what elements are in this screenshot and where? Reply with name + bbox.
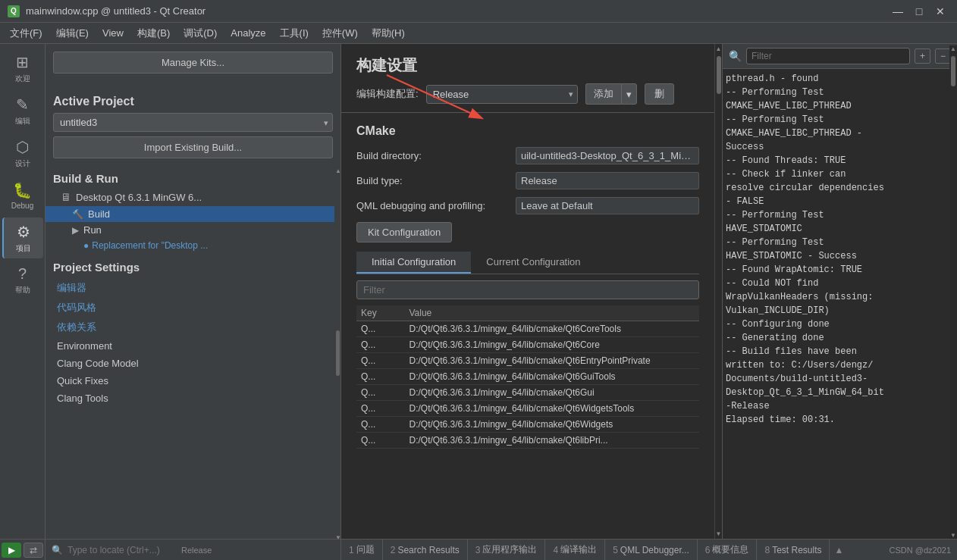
log-filter-input[interactable] [746, 48, 910, 64]
log-line: written to: C:/Users/dengz/ [726, 358, 954, 372]
debug-label: Debug [11, 202, 33, 210]
app-icon: Q [8, 5, 20, 17]
settings-code-style[interactable]: 代码风格 [45, 298, 334, 318]
bottom-tab-search-results[interactable]: 2Search Results [383, 540, 468, 560]
log-add-button[interactable]: + [915, 48, 930, 64]
bottom-tabs: 1问题 2Search Results 3应用程序输出 4编译输出 5QML D… [341, 540, 883, 560]
sidebar-item-debug[interactable]: 🐛 Debug [2, 175, 43, 216]
build-run-title: Build & Run [45, 166, 334, 188]
menu-view[interactable]: View [96, 25, 130, 41]
bottom-section: ▶ ⇄ 🔍 Release 1问题 2Search Results 3应用程序输… [0, 539, 957, 560]
sidebar-item-edit[interactable]: ✎ 编辑 [2, 90, 43, 131]
sidebar-item-project[interactable]: ⚙ 项目 [2, 217, 43, 258]
settings-clang-code-model[interactable]: Clang Code Model [45, 355, 334, 372]
table-row: Q...D:/Qt/Qt6.3/6.3.1/mingw_64/lib/cmake… [356, 433, 699, 449]
key-cell: Q... [356, 321, 404, 337]
run-controls: ▶ ⇄ [0, 540, 45, 560]
tab-initial-config[interactable]: Initial Configuration [356, 252, 471, 274]
window-controls: — □ ✕ [889, 4, 949, 19]
run-button[interactable]: ▶ [2, 543, 21, 558]
log-remove-button[interactable]: − [935, 48, 951, 64]
log-line: -- Build files have been [726, 345, 954, 358]
table-row: Q...D:/Qt/Qt6.3/6.3.1/mingw_64/lib/cmake… [356, 401, 699, 417]
menu-file[interactable]: 文件(F) [4, 24, 49, 42]
more-tabs-icon[interactable]: ▲ [830, 545, 848, 555]
log-line: -- Performing Test [726, 236, 954, 249]
watermark-area: CSDN @dz2021 [883, 540, 957, 560]
build-type-value: Release [516, 172, 699, 189]
build-panel-content: CMake Build directory: uild-untitled3-De… [341, 113, 714, 539]
kit-item[interactable]: 🖥 Desktop Qt 6.3.1 MinGW 6... [45, 188, 334, 206]
log-line: Desktop_Qt_6_3_1_MinGW_64_bit [726, 386, 954, 399]
settings-dependencies[interactable]: 依赖关系 [45, 318, 334, 337]
bottom-tab-qml-debugger[interactable]: 5QML Debugger... [605, 540, 698, 560]
value-cell: D:/Qt/Qt6.3/6.3.1/mingw_64/lib/cmake/Qt6… [404, 385, 699, 401]
build-dir-label: Build directory: [356, 150, 508, 161]
qml-debug-value: Leave at Default [516, 197, 699, 214]
bottom-tab-test-results[interactable]: 8Test Results [757, 540, 830, 560]
menu-help[interactable]: 帮助(H) [366, 24, 411, 42]
add-config-dropdown-button[interactable]: ▾ [621, 83, 637, 105]
kit-name: Desktop Qt 6.3.1 MinGW 6... [76, 192, 202, 203]
edit-label: 编辑 [15, 116, 30, 127]
manage-kits-button[interactable]: Manage Kits... [53, 52, 333, 74]
build-config-select[interactable]: Release Debug Profile [426, 85, 578, 104]
maximize-button[interactable]: □ [910, 4, 928, 19]
step-button[interactable]: ⇄ [24, 543, 43, 558]
add-config-main-button[interactable]: 添加 [585, 83, 621, 105]
sidebar-item-welcome[interactable]: ⊞ 欢迎 [2, 48, 43, 89]
qml-debug-label: QML debugging and profiling: [356, 200, 508, 211]
kit-config-button[interactable]: Kit Configuration [356, 222, 452, 242]
close-button[interactable]: ✕ [931, 4, 949, 19]
build-subitem[interactable]: 🔨 Build [45, 206, 334, 222]
run-subitem[interactable]: ▶ Run [45, 222, 334, 238]
settings-quick-fixes[interactable]: Quick Fixes [45, 372, 334, 389]
menu-analyze[interactable]: Analyze [224, 25, 271, 41]
menu-debug[interactable]: 调试(D) [177, 24, 223, 42]
project-settings-title: Project Settings [45, 253, 334, 278]
bottom-tab-compile-output[interactable]: 4编译输出 [545, 540, 605, 560]
key-column-header: Key [356, 305, 404, 321]
settings-clang-tools[interactable]: Clang Tools [45, 389, 334, 407]
log-header: 🔍 + − [723, 44, 957, 69]
menu-edit[interactable]: 编辑(E) [50, 24, 95, 42]
log-line: HAVE_STDATOMIC [726, 222, 954, 236]
locate-input[interactable] [67, 545, 174, 555]
minimize-button[interactable]: — [889, 4, 907, 19]
menu-build[interactable]: 构建(B) [131, 24, 176, 42]
tab-current-config[interactable]: Current Configuration [471, 252, 595, 274]
config-label: 编辑构建配置: [356, 87, 419, 101]
build-panel-title: 构建设置 [356, 55, 699, 76]
monitor-icon: 🖥 [61, 191, 71, 203]
value-cell: D:/Qt/Qt6.3/6.3.1/mingw_64/lib/cmake/Qt6… [404, 417, 699, 433]
build-type-row: Build type: Release [356, 172, 699, 189]
value-cell: D:/Qt/Qt6.3/6.3.1/mingw_64/lib/cmake/Qt6… [404, 353, 699, 369]
replacement-item[interactable]: ● Replacement for "Desktop ... [45, 238, 334, 253]
menu-controls[interactable]: 控件(W) [316, 24, 364, 42]
table-row: Q...D:/Qt/Qt6.3/6.3.1/mingw_64/lib/cmake… [356, 385, 699, 401]
hammer-icon: 🔨 [72, 209, 83, 220]
project-select[interactable]: untitled3 [53, 113, 333, 132]
settings-environment[interactable]: Environment [45, 337, 334, 355]
cmake-filter-input[interactable] [356, 280, 699, 299]
log-line: -- Performing Test [726, 208, 954, 222]
project-panel: Manage Kits... Active Project untitled3 … [45, 44, 341, 539]
delete-config-button[interactable]: 删 [645, 83, 674, 105]
key-cell: Q... [356, 401, 404, 417]
table-row: Q...D:/Qt/Qt6.3/6.3.1/mingw_64/lib/cmake… [356, 321, 699, 337]
bottom-tab-summary[interactable]: 6概要信息 [698, 540, 758, 560]
project-icon: ⚙ [17, 223, 30, 241]
log-line: Vulkan_INCLUDE_DIR) [726, 304, 954, 318]
settings-editor[interactable]: 编辑器 [45, 278, 334, 298]
sidebar-item-design[interactable]: ⬡ 设计 [2, 133, 43, 174]
build-type-label: Build type: [356, 175, 508, 186]
table-row: Q...D:/Qt/Qt6.3/6.3.1/mingw_64/lib/cmake… [356, 417, 699, 433]
menu-tools[interactable]: 工具(I) [274, 24, 315, 42]
sidebar-item-help[interactable]: ? 帮助 [2, 260, 43, 301]
window-title: mainwindow.cpp @ untitled3 - Qt Creator [26, 5, 206, 17]
bottom-tab-app-output[interactable]: 3应用程序输出 [468, 540, 546, 560]
bottom-tab-issues[interactable]: 1问题 [341, 540, 383, 560]
import-existing-build-button[interactable]: Import Existing Build... [53, 136, 333, 158]
title-bar-left: Q mainwindow.cpp @ untitled3 - Qt Creato… [8, 5, 206, 17]
log-line: pthread.h - found [726, 72, 954, 86]
